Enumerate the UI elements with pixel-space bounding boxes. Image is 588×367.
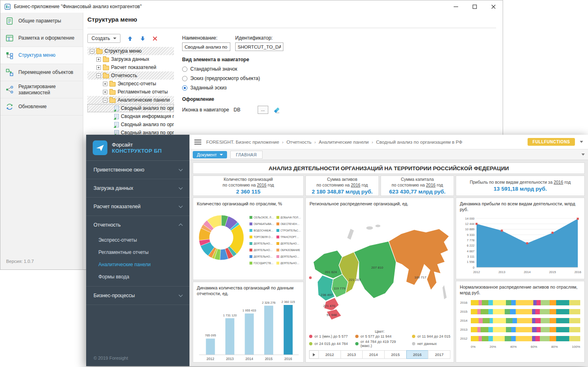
tree-item[interactable]: Расчет показателей	[87, 63, 174, 71]
stacked-segment[interactable]	[516, 336, 532, 341]
radio-icon[interactable]	[182, 76, 187, 81]
stacked-segment[interactable]	[481, 309, 488, 314]
nav-subitem-express-reports[interactable]: Экспресс-отчеты	[86, 234, 189, 246]
sidebar-item-update[interactable]: Обновление	[0, 98, 83, 116]
legend-item[interactable]: ТОРГОВЛЯ ОПТОВАЯ И РОЗНИЧНАЯ	[249, 234, 274, 240]
legend-item[interactable]: ОБЕСПЕЧЕНИЕ ЭЛЕКТРОЭНЕРГИЕЙ	[276, 220, 301, 227]
stacked-segment[interactable]	[488, 300, 493, 305]
collapse-icon[interactable]	[96, 73, 101, 78]
stacked-segment[interactable]	[471, 309, 477, 314]
sidebar-item-edit-dependencies[interactable]: Редактирование зависимостей	[0, 81, 83, 98]
map-legend-item[interactable]: от 24 015 до 44 784	[309, 340, 348, 348]
stacked-segment[interactable]	[556, 318, 569, 323]
stacked-segment[interactable]	[471, 300, 479, 305]
stacked-segment[interactable]	[511, 300, 516, 305]
stacked-segment[interactable]	[540, 309, 550, 314]
timeline-year[interactable]: 2016	[406, 350, 429, 359]
stacked-segment[interactable]	[556, 327, 569, 332]
breadcrumb-item[interactable]: FORESIGHT. Бизнес приложение	[206, 140, 279, 145]
nav-subitem-regulated-reports[interactable]: Регламентные отчеты	[86, 246, 189, 258]
stacked-segment[interactable]	[516, 309, 532, 314]
radio-icon[interactable]	[182, 67, 187, 72]
legend-item[interactable]: ДОБЫЧА ПОЛЕЗНЫХ ИСКОПАЕМЫХ	[276, 214, 301, 220]
stacked-segment[interactable]	[550, 318, 556, 323]
sidebar-item-menu-structure[interactable]: Структура меню	[0, 47, 83, 64]
stacked-segment[interactable]	[488, 336, 493, 341]
year-link[interactable]: 2016	[426, 182, 435, 187]
stacked-segment[interactable]	[493, 309, 505, 314]
stacked-segment[interactable]	[541, 300, 549, 305]
collapse-icon[interactable]	[90, 49, 94, 53]
stacked-segment[interactable]	[537, 300, 541, 305]
stacked-segment[interactable]	[556, 336, 569, 341]
stacked-segment[interactable]	[488, 309, 493, 314]
tree-item-selected[interactable]: Сводный анализ по орган	[87, 104, 174, 112]
stacked-segment[interactable]	[510, 309, 515, 314]
map-legend-item[interactable]: от 44 784 до 419 729 (макс.)	[355, 340, 405, 348]
stacked-segment[interactable]	[517, 318, 532, 323]
stacked-segment[interactable]	[505, 309, 510, 314]
identifier-input[interactable]	[235, 42, 283, 51]
stacked-segment[interactable]	[493, 300, 506, 305]
stacked-segment[interactable]	[540, 336, 550, 341]
stacked-segment[interactable]	[479, 336, 482, 341]
stacked-segment[interactable]	[481, 327, 488, 332]
stacked-segment[interactable]	[471, 336, 479, 341]
nav-item-reporting[interactable]: Отчетность	[86, 216, 189, 234]
map-legend-item[interactable]: от 1 (мин.) до 5 577	[309, 334, 348, 338]
stacked-segment[interactable]	[533, 300, 537, 305]
stacked-segment[interactable]	[535, 336, 540, 341]
legend-item[interactable]: СЕЛЬСКОЕ, ЛЕСНОЕ ХОЗЯЙСТВО	[249, 214, 274, 220]
timeline-year[interactable]: 2014	[362, 350, 385, 359]
stacked-segment[interactable]	[482, 300, 488, 305]
name-input[interactable]	[182, 42, 230, 51]
stacked-segment[interactable]	[511, 327, 516, 332]
timeline-year[interactable]: 2017	[428, 350, 450, 359]
year-link[interactable]: 2016	[257, 182, 266, 187]
stacked-segment[interactable]	[516, 327, 532, 332]
stacked-segment[interactable]	[550, 327, 556, 332]
timeline-year[interactable]: 2012	[318, 350, 341, 359]
expand-icon[interactable]	[96, 57, 101, 62]
expand-icon[interactable]	[96, 65, 101, 70]
legend-item[interactable]: ОБРАБАТЫВАЮЩИЕ ПРОИЗВОДСТВА	[249, 220, 274, 227]
legend-item[interactable]: ВОДОСНАБЖЕНИЕ; ВОДООТВЕДЕНИЕ	[249, 227, 274, 234]
tree-item[interactable]: Загрузка данных	[87, 55, 174, 63]
topbar-dropdown-caret-icon[interactable]	[580, 141, 583, 143]
browse-button[interactable]: ...	[258, 106, 268, 114]
radio-standard-icon[interactable]: Стандартный значок	[182, 66, 292, 72]
stacked-segment[interactable]	[541, 327, 549, 332]
expand-icon[interactable]	[103, 90, 107, 94]
map-legend-item[interactable]: от 5 577 до 11 944	[355, 334, 405, 338]
tree-item[interactable]: Сводная информация по о	[87, 112, 174, 120]
breadcrumb-item[interactable]: Аналитические панели	[319, 140, 369, 145]
year-link[interactable]: 2016	[351, 182, 360, 187]
expand-icon[interactable]	[103, 82, 107, 86]
stacked-segment[interactable]	[532, 309, 535, 314]
stacked-segment[interactable]	[532, 318, 535, 323]
stacked-segment[interactable]	[477, 327, 481, 332]
stacked-segment[interactable]	[506, 300, 511, 305]
stacked-segment[interactable]	[569, 300, 580, 305]
stacked-segment[interactable]	[569, 309, 580, 314]
move-up-button[interactable]	[127, 36, 133, 42]
maximize-button[interactable]	[465, 0, 484, 13]
stacked-segment[interactable]	[550, 309, 556, 314]
menu-icon[interactable]	[194, 140, 201, 145]
tabrow-dropdown-caret-icon[interactable]	[581, 153, 585, 156]
legend-item[interactable]: ТРАНСПОРТИРОВКА И ХРАНЕНИЕ	[276, 234, 301, 240]
legend-item[interactable]: ДЕЯТЕЛЬНОСТЬ ГОСТИНИЦ	[249, 240, 274, 247]
map-legend-item[interactable]: нет данных	[412, 340, 450, 348]
legend-item[interactable]: ДЕЯТЕЛЬНОСТЬ ФИНАНСОВАЯ	[249, 247, 274, 253]
russia-map-svg[interactable]: 201 624236 497119 779221 47051 948221 20…	[307, 207, 452, 328]
nav-item-welcome[interactable]: Приветственное окно	[86, 161, 189, 179]
move-down-button[interactable]	[140, 36, 146, 42]
tree-item[interactable]: Отчетность	[87, 71, 174, 80]
nav-subitem-analytic-panels[interactable]: Аналитические панели	[86, 258, 189, 271]
stacked-segment[interactable]	[490, 318, 493, 323]
legend-item[interactable]: ДЕЯТЕЛЬНОСТЬ ПРОЧАЯ	[276, 260, 301, 266]
timeline-year[interactable]: 2015	[384, 350, 407, 359]
tree-item[interactable]: Регламентные отчеты	[87, 88, 174, 96]
collapse-icon[interactable]	[103, 98, 107, 102]
map-legend-item[interactable]: от 11 944 до 24 015	[412, 334, 450, 338]
